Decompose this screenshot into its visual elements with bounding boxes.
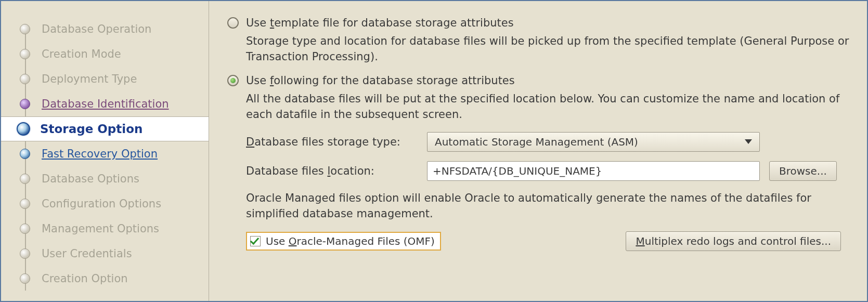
omf-checkbox-row[interactable]: Use Oracle-Managed Files (OMF) [246,232,441,251]
step-bullet-icon [20,149,30,159]
omf-row: Use Oracle-Managed Files (OMF) Multiplex… [246,231,851,251]
wizard-content: Use template file for database storage a… [209,1,867,301]
step-bullet-icon [20,224,30,234]
files-location-row: Database files location: Browse... [246,161,851,181]
step-label: Creation Option [42,272,128,285]
step-bullet-icon [20,273,30,284]
step-bullet-icon [20,49,30,59]
step-label: Storage Option [40,122,142,136]
step-label: Database Operation [42,23,151,35]
radio-use-template[interactable] [227,17,239,29]
step-label: Database Options [42,173,139,185]
option-use-following-description: All the database files will be put at th… [246,91,851,123]
step-deployment-type: Deployment Type [1,67,209,91]
step-bullet-icon [20,174,30,184]
radio-use-template-label: Use template file for database storage a… [246,17,514,29]
radio-use-template-row[interactable]: Use template file for database storage a… [227,17,851,29]
wizard-frame: Database Operation Creation Mode Deploym… [0,0,868,302]
step-management-options: Management Options [1,216,209,241]
step-label: Database Identification [42,98,169,110]
step-user-credentials: User Credentials [1,241,209,266]
radio-use-following-row[interactable]: Use following for the database storage a… [227,74,851,87]
step-database-operation: Database Operation [1,17,209,42]
step-storage-option[interactable]: Storage Option [1,116,209,141]
storage-type-row: Database files storage type: Automatic S… [246,132,851,152]
step-database-identification[interactable]: Database Identification [1,91,209,116]
step-label: Deployment Type [42,73,137,85]
files-location-label: Database files location: [246,165,418,177]
step-bullet-icon [17,122,30,136]
omf-checkbox-label: Use Oracle-Managed Files (OMF) [266,235,435,247]
step-label: Creation Mode [42,48,121,60]
chevron-down-icon [745,139,752,144]
step-bullet-icon [20,99,30,109]
step-database-options: Database Options [1,166,209,191]
storage-type-label: Database files storage type: [246,136,418,148]
files-location-input[interactable] [427,161,760,181]
browse-button[interactable]: Browse... [769,161,837,181]
multiplex-button[interactable]: Multiplex redo logs and control files... [626,231,841,251]
step-fast-recovery-option[interactable]: Fast Recovery Option [1,141,209,166]
step-label: Management Options [42,222,159,235]
storage-type-value: Automatic Storage Management (ASM) [435,136,638,148]
step-configuration-options: Configuration Options [1,191,209,216]
option-use-template: Use template file for database storage a… [227,17,851,65]
omf-checkbox[interactable] [250,236,261,246]
radio-use-following-label: Use following for the database storage a… [246,74,515,87]
step-bullet-icon [20,74,30,84]
step-creation-option: Creation Option [1,266,209,291]
wizard-sidebar: Database Operation Creation Mode Deploym… [1,1,209,301]
step-bullet-icon [20,24,30,34]
step-label: Configuration Options [42,198,161,210]
storage-type-select[interactable]: Automatic Storage Management (ASM) [427,132,760,152]
step-bullet-icon [20,248,30,259]
radio-use-following[interactable] [227,75,239,86]
step-bullet-icon [20,199,30,209]
option-use-template-description: Storage type and location for database f… [246,33,851,65]
step-creation-mode: Creation Mode [1,42,209,67]
option-use-following: Use following for the database storage a… [227,74,851,251]
step-label: Fast Recovery Option [42,148,158,160]
omf-description: Oracle Managed files option will enable … [246,190,851,222]
step-label: User Credentials [42,247,132,260]
